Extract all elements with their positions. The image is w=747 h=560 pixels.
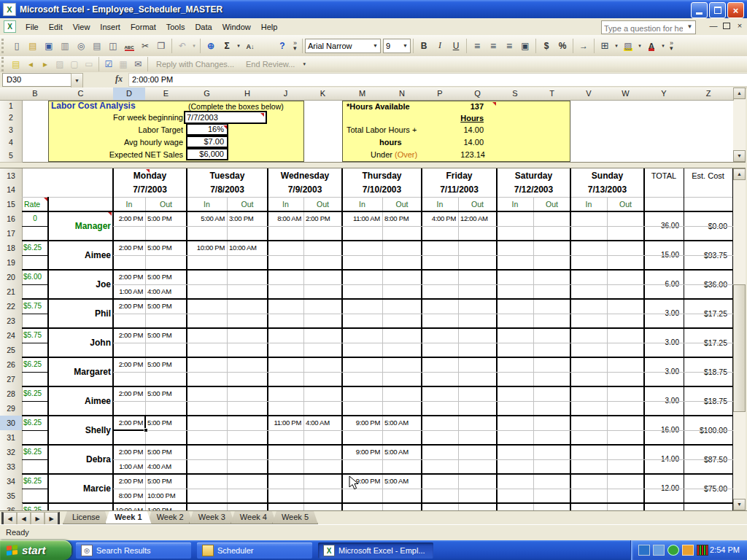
time-cell-in[interactable]: 8:00 AM (268, 211, 301, 226)
tab-week-3[interactable]: Week 3 (189, 511, 235, 524)
column-header-P[interactable]: P (422, 88, 459, 101)
row-header-35[interactable]: 35 (0, 489, 23, 504)
start-button[interactable]: start (0, 540, 71, 560)
chevron-down-icon[interactable]: ▾ (301, 56, 308, 72)
in-header[interactable]: In (187, 197, 227, 211)
top-scroll-track[interactable] (733, 99, 746, 150)
merge-center-button[interactable] (517, 38, 533, 54)
time-cell-in[interactable]: 1:00 AM (113, 284, 143, 299)
show-comments-button[interactable] (67, 58, 82, 71)
envelope-button[interactable] (131, 58, 145, 71)
cost-header[interactable]: Est. Cost (684, 168, 732, 183)
time-cell-in[interactable]: 9:00 PM (342, 474, 380, 489)
time-cell-in[interactable]: 2:00 PM (113, 241, 143, 255)
row-header-4[interactable]: 4 (0, 136, 23, 149)
time-cell-in[interactable]: 8:00 PM (113, 489, 143, 503)
date-header-monday[interactable]: 7/7/2003 (113, 182, 187, 197)
column-header-Q[interactable]: Q (458, 88, 498, 101)
row-header-22[interactable]: 22 (0, 299, 23, 314)
labor-target-input[interactable]: 16% (186, 123, 228, 136)
row-header-23[interactable]: 23 (0, 314, 23, 329)
pane-split-bar[interactable] (0, 162, 746, 168)
restore-button[interactable] (709, 2, 726, 18)
avg-wage-input[interactable]: $7.00 (186, 136, 228, 148)
in-header[interactable]: In (570, 197, 607, 211)
chevron-down-icon[interactable]: ▾ (613, 38, 620, 54)
employee-name[interactable]: John (48, 328, 111, 357)
time-cell-in[interactable]: 1:00 AM (113, 459, 143, 474)
labor-box-subtitle[interactable]: (Complete the boxes below) (188, 101, 284, 112)
menu-data[interactable]: Data (190, 20, 217, 34)
column-header-D[interactable]: D (113, 88, 146, 101)
menu-file[interactable]: File (20, 20, 44, 34)
chart-wizard-button[interactable] (258, 38, 274, 54)
prev-comment-button[interactable] (23, 58, 38, 71)
next-sheet-icon[interactable]: ▶ (31, 512, 44, 525)
time-cell-out[interactable]: 5:00 PM (147, 328, 187, 343)
row-header-30[interactable]: 30 (0, 416, 23, 431)
total-labor-hours-label[interactable]: Total Labor Hours + (347, 125, 417, 136)
row-header-14[interactable]: 14 (0, 183, 23, 198)
row-header-29[interactable]: 29 (0, 401, 23, 416)
row-header-20[interactable]: 20 (0, 270, 23, 285)
time-cell-in[interactable]: 2:00 PM (113, 211, 143, 226)
fill-handle[interactable] (144, 428, 148, 432)
network-icon[interactable] (638, 545, 650, 556)
row-header-36[interactable]: 36 (0, 503, 23, 510)
volume-icon[interactable] (697, 545, 708, 556)
rate-cell[interactable]: $6.25 (22, 357, 50, 372)
menu-view[interactable]: View (68, 20, 96, 34)
messenger-icon[interactable] (682, 545, 694, 556)
last-sheet-icon[interactable]: ▶ (44, 512, 60, 525)
row-header-31[interactable]: 31 (0, 430, 23, 446)
week-beginning-input[interactable]: 7/7/2003 (184, 111, 267, 124)
menu-help[interactable]: Help (256, 20, 283, 34)
toolbar-options-button[interactable]: »▾ (290, 41, 300, 51)
time-cell-out[interactable]: 3:00 PM (229, 211, 268, 226)
employee-name[interactable]: Margaret (48, 357, 111, 386)
time-cell-out[interactable]: 4:00 AM (147, 284, 187, 299)
time-cell-out[interactable]: 5:00 AM (384, 474, 422, 489)
employee-name[interactable]: Joe (48, 270, 111, 299)
in-header[interactable]: In (268, 197, 303, 211)
hours-label[interactable]: hours (379, 137, 402, 148)
in-header[interactable]: In (113, 197, 145, 211)
select-all-corner[interactable] (0, 88, 23, 101)
time-cell-in[interactable]: 2:00 PM (113, 299, 143, 314)
row-header-2[interactable]: 2 (0, 112, 23, 125)
column-header-T[interactable]: T (533, 88, 571, 101)
row-header-24[interactable]: 24 (0, 328, 23, 343)
tab-license[interactable]: License (63, 511, 109, 524)
rate-cell[interactable]: 0 (22, 211, 48, 226)
time-cell-in[interactable]: 9:00 PM (342, 445, 380, 459)
tab-week-4[interactable]: Week 4 (231, 511, 276, 524)
time-cell-out[interactable]: 5:00 PM (147, 299, 187, 314)
out-header[interactable]: Out (607, 197, 644, 211)
out-header[interactable]: Out (145, 197, 187, 211)
time-cell-in[interactable]: 10:00 PM (187, 241, 225, 255)
display-icon[interactable] (653, 545, 665, 556)
in-header[interactable]: In (342, 197, 382, 211)
help-button[interactable] (274, 38, 290, 54)
scroll-down-icon[interactable]: ▼ (733, 150, 746, 162)
name-box-dropdown-icon[interactable]: ▼ (71, 73, 83, 88)
time-cell-in[interactable]: 2:00 PM (113, 270, 143, 284)
new-button[interactable] (9, 38, 25, 54)
comment-button[interactable] (9, 58, 23, 71)
avg-wage-label[interactable]: Avg hourly wage (73, 136, 183, 148)
hours-available-value[interactable]: 137 (409, 101, 484, 112)
delete-comment-button[interactable] (82, 58, 96, 71)
open-button[interactable] (25, 38, 41, 54)
chevron-down-icon[interactable]: ▾ (190, 38, 198, 54)
time-cell-out[interactable]: 10:00 PM (147, 489, 187, 503)
time-cell-in[interactable]: 2:00 PM (113, 357, 143, 372)
save-button[interactable] (41, 38, 57, 54)
menu-window[interactable]: Window (217, 20, 256, 34)
time-cell-out[interactable]: 1:00 PM (147, 503, 185, 510)
row-header-26[interactable]: 26 (0, 357, 23, 373)
employee-name[interactable]: Manager (48, 211, 111, 241)
search-button[interactable] (73, 38, 89, 54)
rate-cell[interactable]: $6.25 (22, 416, 50, 430)
employee-name[interactable]: Aimee (48, 241, 111, 270)
time-cell-out[interactable]: 4:00 AM (147, 459, 187, 474)
